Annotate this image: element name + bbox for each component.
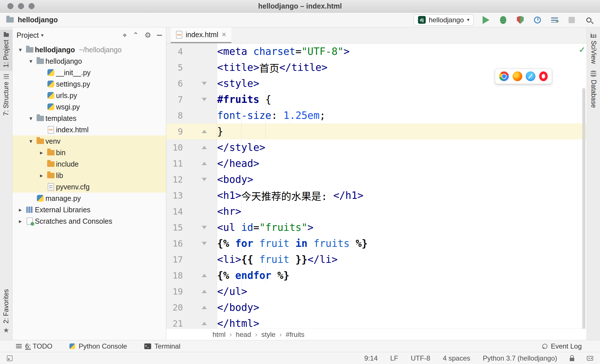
tool-window-sciview-button[interactable]: SciView [587, 30, 600, 67]
fold-end-icon[interactable] [202, 306, 207, 309]
code-line-10[interactable]: 10 </style> [166, 139, 587, 155]
file-encoding[interactable]: UTF-8 [411, 354, 430, 362]
chevron-down-icon[interactable]: ▾ [27, 115, 35, 122]
code-line-18[interactable]: 18 {% endfor %} [166, 267, 587, 283]
scrollbar-thumb[interactable] [582, 88, 585, 329]
settings-gear-icon[interactable]: ⚙ [145, 31, 151, 40]
tool-window-favorites-button[interactable]: 2: Favorites ★ [0, 286, 12, 338]
chevron-down-icon[interactable]: ▾ [41, 32, 44, 38]
chevron-down-icon[interactable]: ▾ [27, 58, 35, 65]
editor-scrollbar[interactable] [582, 43, 586, 329]
debug-button[interactable] [498, 15, 508, 25]
tree-item-venv[interactable]: ▾venv [13, 135, 166, 147]
hide-panel-icon[interactable] [157, 35, 162, 36]
chevron-right-icon[interactable]: ▸ [16, 206, 25, 213]
tab-close-icon[interactable]: × [222, 31, 226, 39]
code-line-16[interactable]: 16 {% for fruit in fruits %} [166, 235, 587, 251]
chevron-right-icon[interactable]: ▸ [37, 149, 46, 156]
fold-end-icon[interactable] [202, 146, 207, 149]
fold-start-icon[interactable] [202, 82, 207, 85]
tab-index-html[interactable]: index.html × [171, 27, 231, 43]
tree-item-include[interactable]: include [13, 158, 166, 170]
lock-icon[interactable] [570, 358, 574, 361]
toolbar-project-name[interactable]: hellodjango [18, 16, 58, 24]
run-configuration-selector[interactable]: dj hellodjango ▾ [414, 14, 474, 26]
caret-position[interactable]: 9:14 [364, 354, 378, 362]
code-line-13[interactable]: 13 <h1>今天推荐的水果是: </h1> [166, 187, 587, 203]
code-line-7[interactable]: 7 #fruits { [166, 91, 587, 107]
toggle-toolwindows-icon[interactable] [7, 355, 13, 361]
code-line-12[interactable]: 12 <body> [166, 171, 587, 187]
breadcrumb-fruits[interactable]: #fruits [286, 331, 304, 339]
code-editor[interactable]: 4 <meta charset="UTF-8">5 <title>首页</tit… [166, 43, 587, 329]
code-line-20[interactable]: 20 </body> [166, 299, 587, 315]
collapse-all-icon[interactable]: ⌃ [133, 31, 139, 40]
chevron-down-icon[interactable]: ▾ [27, 138, 35, 145]
firefox-icon[interactable] [513, 71, 522, 81]
tree-item-pyvenv-cfg[interactable]: pyvenv.cfg [13, 181, 166, 193]
zoom-button[interactable] [29, 3, 35, 9]
python-console-button[interactable]: Python Console [69, 342, 127, 350]
tree-item-urls-py[interactable]: urls.py [13, 90, 166, 101]
fold-end-icon[interactable] [202, 130, 207, 133]
tree-item-settings-py[interactable]: settings.py [13, 78, 166, 90]
search-everywhere-button[interactable] [584, 15, 594, 25]
code-line-15[interactable]: 15 <ul id="fruits"> [166, 219, 587, 235]
tree-item-templates[interactable]: ▾templates [13, 113, 166, 124]
fold-end-icon[interactable] [202, 290, 207, 293]
tree-item-index-html[interactable]: index.html [13, 124, 166, 135]
todo-tool-button[interactable]: 6: TODO [16, 342, 52, 350]
indent-setting[interactable]: 4 spaces [443, 354, 470, 362]
code-line-9[interactable]: 9 } [166, 123, 587, 139]
close-button[interactable] [7, 3, 13, 9]
concurrency-diagram-button[interactable] [550, 15, 559, 25]
chevron-right-icon[interactable]: ▸ [37, 172, 46, 179]
tree-item-lib[interactable]: ▸lib [13, 170, 166, 181]
breadcrumb-head[interactable]: head [236, 331, 251, 339]
stop-button[interactable] [567, 15, 577, 25]
chevron-down-icon[interactable]: ▾ [16, 46, 25, 53]
chrome-icon[interactable] [499, 71, 509, 81]
tool-window-structure-button[interactable]: 7: Structure [0, 71, 12, 119]
code-line-19[interactable]: 19 </ul> [166, 283, 587, 299]
reader-mode-icon[interactable] [587, 356, 593, 361]
code-line-4[interactable]: 4 <meta charset="UTF-8"> [166, 43, 587, 59]
fold-start-icon[interactable] [202, 178, 207, 181]
code-line-8[interactable]: 8 font-size: 1.25em; [166, 107, 587, 123]
tool-window-database-button[interactable]: Database [587, 67, 600, 111]
tree-item-external-libraries[interactable]: ▸External Libraries [13, 204, 166, 215]
line-separator[interactable]: LF [390, 354, 398, 362]
run-button[interactable] [481, 15, 491, 25]
fold-start-icon[interactable] [202, 242, 207, 245]
fold-end-icon[interactable] [202, 322, 207, 325]
profile-button[interactable] [533, 15, 542, 25]
tree-item-manage-py[interactable]: manage.py [13, 193, 166, 204]
code-line-14[interactable]: 14 <hr> [166, 203, 587, 219]
tree-item-wsgi-py[interactable]: wsgi.py [13, 101, 166, 113]
chevron-right-icon[interactable]: ▸ [16, 218, 25, 225]
safari-icon[interactable] [526, 71, 535, 81]
run-with-coverage-button[interactable] [515, 15, 525, 25]
locate-file-icon[interactable]: ⌖ [123, 31, 127, 40]
fold-end-icon[interactable] [202, 162, 207, 165]
tree-item-init-py[interactable]: __init__.py [13, 67, 166, 78]
fold-start-icon[interactable] [202, 226, 207, 229]
tool-window-project-button[interactable]: 1: Project [0, 30, 12, 71]
code-line-21[interactable]: 21</html> [166, 315, 587, 329]
tree-item-bin[interactable]: ▸bin [13, 147, 166, 158]
tree-item-hellodjango[interactable]: ▾hellodjango~/hellodjango [13, 44, 166, 55]
tree-item-scratches-and-consoles[interactable]: ▸Scratches and Consoles [13, 215, 166, 227]
fold-start-icon[interactable] [202, 98, 207, 101]
breadcrumb-html[interactable]: html [213, 331, 225, 339]
event-log-button[interactable]: Event Log [542, 342, 582, 350]
breadcrumb-style[interactable]: style [261, 331, 275, 339]
terminal-button[interactable]: Terminal [144, 342, 181, 350]
code-line-17[interactable]: 17 <li>{{ fruit }}</li> [166, 251, 587, 267]
code-line-11[interactable]: 11 </head> [166, 155, 587, 171]
project-panel-title[interactable]: Project [17, 31, 39, 39]
python-interpreter[interactable]: Python 3.7 (hellodjango) [483, 354, 557, 362]
tree-item-hellodjango[interactable]: ▾hellodjango [13, 55, 166, 67]
minimize-button[interactable] [18, 3, 24, 9]
opera-icon[interactable] [539, 71, 548, 81]
fold-end-icon[interactable] [202, 274, 207, 277]
